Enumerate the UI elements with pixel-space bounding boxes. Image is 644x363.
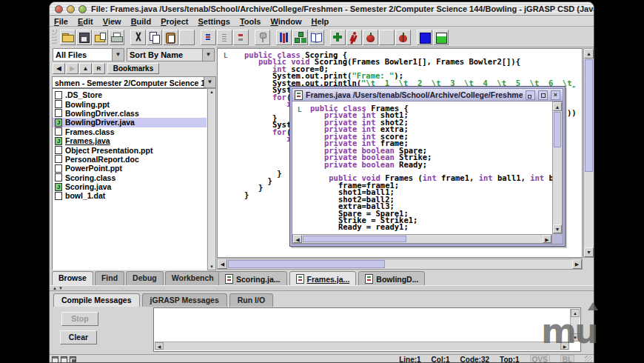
menu-help[interactable]: Help: [311, 17, 329, 26]
greensq-button[interactable]: [433, 30, 449, 45]
horizontal-splitter[interactable]: ▲▼: [50, 285, 594, 291]
list-item[interactable]: PowerPoint.ppt: [53, 164, 207, 173]
toolbar-grip[interactable]: [52, 30, 57, 44]
messages-horizontal-scrollbar[interactable]: ◀ ▶: [155, 342, 569, 350]
close-window-icon[interactable]: [55, 5, 63, 13]
editor-tab[interactable]: Frames.ja...: [289, 271, 357, 287]
zoom-window-icon[interactable]: [78, 5, 87, 13]
scrollbar-thumb[interactable]: [554, 112, 561, 147]
back-button[interactable]: ◀: [53, 63, 65, 74]
scroll-up-icon[interactable]: ▲: [553, 102, 562, 111]
resize-grip[interactable]: [585, 356, 592, 363]
tree-button[interactable]: [292, 30, 308, 45]
copy-button[interactable]: [147, 30, 162, 45]
tab-run-i-o[interactable]: Run I/O: [229, 293, 273, 307]
applesplit-button[interactable]: [395, 30, 411, 45]
maximize-frame-icon[interactable]: [538, 90, 548, 100]
list-item[interactable]: BowlingDriver.java: [53, 118, 207, 127]
scrollbar-thumb[interactable]: [585, 59, 593, 172]
scrollbar-thumb[interactable]: [303, 236, 406, 242]
frames-java-titlebar[interactable]: Frames.java /Users/tenab/School/Archive/…: [292, 89, 563, 101]
compile-messages-output[interactable]: ▲ ▼ ◀ ▶: [153, 307, 581, 352]
clear-button[interactable]: Clear: [60, 330, 97, 344]
run-button[interactable]: [346, 30, 362, 45]
tab-compile-messages[interactable]: Compile Messages: [53, 293, 140, 307]
list-item[interactable]: Bowling.ppt: [53, 99, 207, 108]
forward-button[interactable]: ▶: [66, 63, 78, 74]
menu-settings[interactable]: Settings: [198, 17, 229, 26]
scroll-right-icon[interactable]: ▶: [543, 235, 551, 243]
scroll-right-icon[interactable]: ▶: [572, 259, 582, 269]
splitter-arrows-icon[interactable]: ▲▼: [53, 286, 64, 290]
scroll-down-icon[interactable]: ▼: [553, 224, 562, 233]
menu-window[interactable]: Window: [270, 17, 301, 26]
tab-browse[interactable]: Browse: [52, 271, 93, 285]
chevron-down-icon[interactable]: ▼: [112, 49, 124, 61]
bookmarks-button[interactable]: Bookmarks: [107, 63, 159, 74]
scroll-left-icon[interactable]: ◀: [293, 235, 302, 243]
print-button[interactable]: [109, 30, 124, 45]
bluesq-button[interactable]: [417, 30, 432, 45]
tab-jgrasp-messages[interactable]: jGRASP Messages: [142, 293, 227, 307]
scroll-up-icon[interactable]: ▲: [584, 49, 594, 59]
list-item[interactable]: Scoring.java: [53, 182, 207, 191]
frames-horizontal-scrollbar[interactable]: ◀ ▶: [292, 234, 552, 244]
up-directory-button[interactable]: ▲: [79, 63, 92, 74]
sort-combobox[interactable]: Sort By Name ▼: [127, 48, 215, 61]
close-frame-icon[interactable]: ×: [551, 90, 560, 100]
apple2-button[interactable]: [379, 30, 395, 45]
tab-workbench[interactable]: Workbench: [165, 271, 221, 285]
doc2-button[interactable]: [217, 30, 232, 45]
scroll-left-icon[interactable]: ◀: [155, 342, 164, 350]
scroll-left-icon[interactable]: ◀: [218, 259, 227, 269]
list-item[interactable]: Frames.class: [53, 127, 207, 136]
path-combobox[interactable]: shmen - Semester 2/Computer Science 14 ▼: [52, 76, 216, 88]
list-item[interactable]: Scoring.class: [53, 173, 207, 182]
undo-button[interactable]: [179, 30, 195, 45]
chevron-down-icon[interactable]: ▼: [202, 49, 214, 61]
editor-horizontal-scrollbar[interactable]: ◀ ▶: [217, 259, 583, 270]
editor-tab[interactable]: Scoring.ja...: [218, 271, 287, 287]
window-layout-2-icon[interactable]: [61, 356, 67, 363]
scroll-down-icon[interactable]: ▼: [584, 247, 594, 257]
minimize-frame-icon[interactable]: [526, 90, 535, 100]
doc1-button[interactable]: [201, 30, 216, 45]
code-editor-frames[interactable]: L public class Frames { private int shot…: [292, 101, 552, 234]
books-button[interactable]: [276, 30, 292, 45]
list-item[interactable]: bowl_1.dat: [53, 191, 207, 200]
menu-file[interactable]: File: [54, 17, 68, 26]
file-list[interactable]: .DS_StoreBowling.pptBowlingDriver.classB…: [52, 88, 207, 270]
window-titlebar[interactable]: File: Frames.java /Users/tenab/School/Ar…: [50, 2, 594, 16]
scrollbar-thumb[interactable]: [228, 260, 385, 268]
stop-button[interactable]: Stop: [61, 312, 98, 326]
menu-view[interactable]: View: [103, 17, 121, 26]
book-button[interactable]: [309, 30, 324, 45]
file-filter-combobox[interactable]: All Files ▼: [53, 48, 124, 61]
list-item[interactable]: BowlingDriver.class: [53, 109, 207, 118]
tab-debug[interactable]: Debug: [126, 271, 164, 285]
list-item[interactable]: Object Presentation.ppt: [53, 145, 207, 154]
save-button[interactable]: [76, 30, 92, 45]
refresh-button[interactable]: R: [93, 63, 105, 74]
tab-find[interactable]: Find: [95, 271, 124, 285]
editor-vertical-scrollbar[interactable]: ▲ ▼: [583, 48, 594, 258]
window-layout-1-icon[interactable]: [52, 356, 58, 363]
pin-button[interactable]: [255, 30, 270, 45]
plus-button[interactable]: [330, 30, 346, 45]
menu-build[interactable]: Build: [131, 17, 152, 26]
minimize-window-icon[interactable]: [67, 5, 75, 13]
window-layout-3-icon[interactable]: [70, 356, 76, 363]
file-list-scrollbar[interactable]: ▲▼: [207, 88, 216, 270]
list-item[interactable]: Frames.java: [53, 136, 207, 145]
frames-vertical-scrollbar[interactable]: ▲ ▼: [552, 101, 563, 234]
list-item[interactable]: .DS_Store: [53, 90, 207, 99]
apple-button[interactable]: [363, 30, 378, 45]
paste-button[interactable]: [163, 30, 178, 45]
cut-button[interactable]: [130, 30, 146, 45]
doc3-button[interactable]: [233, 30, 249, 45]
menu-project[interactable]: Project: [161, 17, 188, 26]
menu-tools[interactable]: Tools: [240, 17, 261, 26]
editor-tab[interactable]: BowlingD...: [358, 271, 425, 287]
list-item[interactable]: PersonalReport.doc: [53, 155, 207, 164]
menu-edit[interactable]: Edit: [78, 17, 93, 26]
